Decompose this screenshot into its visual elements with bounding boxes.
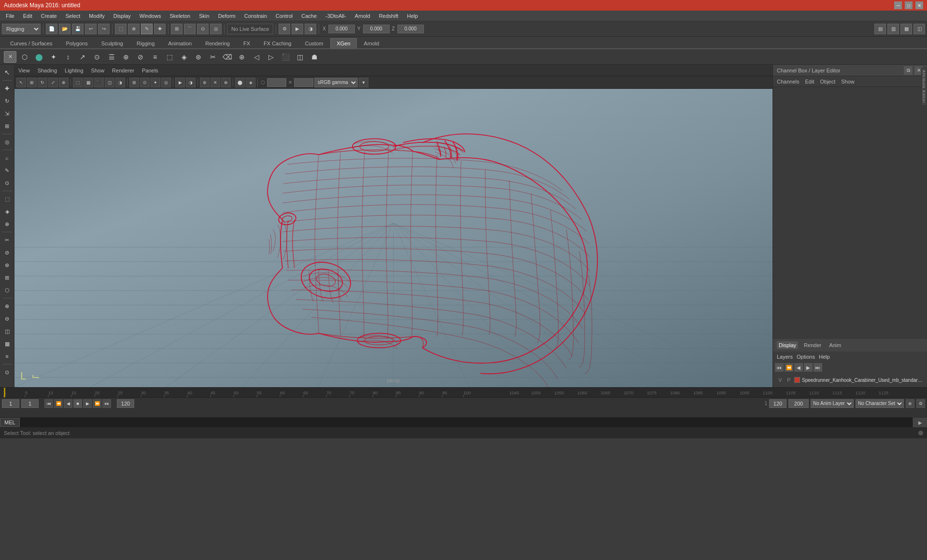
range-end-input[interactable] [769,399,787,408]
scale-tool-left[interactable]: ⇲ [1,108,13,119]
play-fwd-btn[interactable]: ▶ [83,399,92,408]
sub-tab-help[interactable]: Help [819,354,830,360]
layer-color-swatch[interactable] [794,377,800,383]
icon-xgen7[interactable]: ☰ [105,51,118,63]
universal-tool-left[interactable]: ⊞ [1,120,13,132]
tab-curves-surfaces[interactable]: Curves / Surfaces [4,38,58,48]
snap-point-left[interactable]: ⬚ [1,193,13,205]
stop-btn[interactable]: ■ [73,399,82,408]
menu-redshift[interactable]: Redshift [375,12,402,20]
icon-xgen11[interactable]: ⬚ [163,51,176,63]
menu-select[interactable]: Select [62,12,84,20]
icon-xgen6[interactable]: ⊙ [91,51,103,63]
vh-lighting[interactable]: Lighting [65,68,84,73]
redo-btn[interactable]: ↪ [98,24,110,34]
menu-display[interactable]: Display [110,12,135,20]
maximize-button[interactable]: □ [905,1,913,9]
soft-mod-left[interactable]: ◎ [1,136,13,148]
lasso-left[interactable]: ⌕ [1,152,13,164]
menu-arnold[interactable]: Arnold [351,12,374,20]
step-fwd-btn[interactable]: ⏩ [93,399,101,408]
menu-skeleton[interactable]: Skeleton [166,12,194,20]
vp-extra2[interactable]: ◈ [246,78,255,87]
cb-tab-render[interactable]: Render [802,341,823,349]
panel-float-btn[interactable]: ⧉ [904,66,913,75]
menu-create[interactable]: Create [37,12,61,20]
show-hide-btn1[interactable]: ▤ [874,24,886,34]
gamma-mode-select[interactable]: sRGB gamma [314,78,358,87]
menu-control[interactable]: Control [272,12,296,20]
vp-shading-mode[interactable]: ⬚ [73,78,83,87]
icon-xgen15[interactable]: ⌫ [221,51,234,63]
icon-xgen18[interactable]: ▷ [265,51,277,63]
tab-polygons[interactable]: Polygons [59,38,94,48]
tab-sculpting[interactable]: Sculpting [95,38,129,48]
rotate-tool-left[interactable]: ↻ [1,95,13,107]
vp-snap2[interactable]: ✕ [211,78,220,87]
sub-tab-options[interactable]: Options [797,354,815,360]
tab-arnold[interactable]: Arnold [358,38,386,48]
tab-object[interactable]: Object [820,79,835,84]
tab-fx[interactable]: FX [237,38,256,48]
vp-snap1[interactable]: ⊛ [200,78,210,87]
icon-xgen21[interactable]: ☗ [308,51,321,63]
layer-first-btn[interactable]: ⏮ [775,363,784,372]
bridge-left[interactable]: ⊘ [1,247,13,258]
show-hide-btn4[interactable]: ◫ [913,24,925,34]
cb-tab-display[interactable]: Display [777,341,798,349]
z-field[interactable] [397,25,424,33]
minimize-button[interactable]: ─ [894,1,902,9]
tab-fx-caching[interactable]: FX Caching [257,38,297,48]
knife-left[interactable]: ✂ [1,234,13,246]
current-frame-input[interactable] [21,399,39,408]
icon-xgen10[interactable]: ≡ [149,51,161,63]
move-tool-btn[interactable]: ✚ [154,24,166,34]
vp-solid[interactable]: ⬛ [94,78,104,87]
hide-manips-left[interactable]: ⊖ [1,313,13,324]
close-button[interactable]: ✕ [915,1,923,9]
icon-xgen4[interactable]: ↕ [62,51,74,63]
menu-3dtoall[interactable]: -3DtoAll- [322,12,350,20]
undo-btn[interactable]: ↩ [85,24,97,34]
show-hide-btn3[interactable]: ▦ [900,24,912,34]
paint-left[interactable]: ✎ [1,165,13,176]
tab-show[interactable]: Show [841,79,855,84]
component-mode-left[interactable]: ▦ [1,338,13,350]
tab-edit[interactable]: Edit [805,79,814,84]
layer-prev-btn[interactable]: ⏪ [785,363,793,372]
bottom-left-btn[interactable]: ⊙ [1,366,13,378]
tab-rendering[interactable]: Rendering [199,38,236,48]
lasso-tool-btn[interactable]: ⊕ [128,24,140,34]
menu-constrain[interactable]: Constrain [240,12,271,20]
snap-grid-btn[interactable]: ⊞ [171,24,183,34]
vh-panels[interactable]: Panels [142,68,158,73]
menu-windows[interactable]: Windows [136,12,165,20]
icon-xgen17[interactable]: ◁ [250,51,263,63]
move-tool-left[interactable]: ✚ [1,83,13,94]
fps-select[interactable]: No Anim Layer [811,399,854,408]
vp-isolate[interactable]: ◎ [161,78,171,87]
paint-tool-btn[interactable]: ✎ [141,24,153,34]
preset-left[interactable]: ≡ [1,350,13,362]
icon-xgen5[interactable]: ↗ [76,51,89,63]
gamma-val2[interactable]: 1.00 [294,78,313,87]
render-btn[interactable]: ▶ [292,24,303,34]
icon-xgen9[interactable]: ⊘ [134,51,147,63]
icon-select[interactable]: ✕ [4,51,16,63]
layer-next-btn[interactable]: ▶ [804,363,813,372]
ep-tool-left[interactable]: ⊕ [1,218,13,230]
tab-custom[interactable]: Custom [299,38,330,48]
go-end-btn[interactable]: ⏭ [102,399,111,408]
max-range-input[interactable] [788,399,809,408]
end-frame-input[interactable] [117,399,134,408]
y-field[interactable] [363,25,390,33]
tab-animation[interactable]: Animation [162,38,198,48]
icon-xgen19[interactable]: ⬛ [279,51,292,63]
icon-xgen12[interactable]: ◈ [178,51,190,63]
menu-cache[interactable]: Cache [297,12,321,20]
layer-last-btn[interactable]: ⏭ [814,363,822,372]
icon-xgen1[interactable]: ⬡ [18,51,31,63]
start-frame-input[interactable] [2,399,19,408]
play-back-btn[interactable]: ◀ [64,399,72,408]
select-tool-btn[interactable]: ⬚ [115,24,126,34]
